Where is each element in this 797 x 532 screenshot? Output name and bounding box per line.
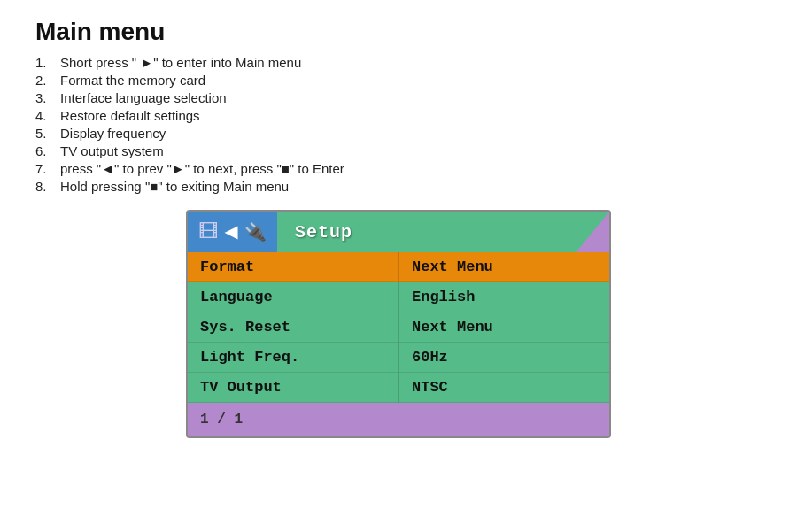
plug-icon: 🔌 [244, 221, 267, 243]
instructions-list: 1.Short press " ►" to enter into Main me… [35, 55, 762, 194]
menu-label: TV Output [188, 373, 398, 403]
menu-label: Language [188, 282, 398, 312]
menu-row[interactable]: Sys. Reset Next Menu [188, 312, 609, 343]
instruction-item: 7.press "◄" to prev "►" to next, press "… [35, 161, 762, 176]
arrow-left-icon: ◀ [225, 222, 237, 242]
instruction-num: 8. [35, 179, 60, 194]
instruction-text: TV output system [60, 143, 164, 158]
tab-blue-section: 🎞 ◀ 🔌 [188, 212, 277, 252]
instruction-text: Interface language selection [60, 90, 227, 105]
screen-wrapper: 🎞 ◀ 🔌 Setup Format Next Menu Language En… [35, 210, 762, 438]
instruction-text: Restore default settings [60, 108, 200, 123]
instruction-item: 5.Display frequency [35, 126, 762, 141]
instruction-num: 6. [35, 143, 60, 158]
instruction-item: 6.TV output system [35, 143, 762, 158]
instruction-num: 5. [35, 126, 60, 141]
menu-label: Format [188, 252, 398, 282]
instruction-item: 4.Restore default settings [35, 108, 762, 123]
menu-value: NTSC [398, 373, 609, 403]
menu-label: Sys. Reset [188, 312, 398, 343]
instruction-item: 3.Interface language selection [35, 90, 762, 105]
menu-row[interactable]: Light Freq. 60Hz [188, 343, 609, 373]
instruction-text: Display frequency [60, 126, 166, 141]
page-title: Main menu [35, 18, 762, 46]
instruction-num: 4. [35, 108, 60, 123]
instruction-item: 8.Hold pressing "■" to exiting Main menu [35, 179, 762, 194]
device-screen: 🎞 ◀ 🔌 Setup Format Next Menu Language En… [186, 210, 611, 438]
menu-value: 60Hz [398, 343, 609, 373]
instruction-text: press "◄" to prev "►" to next, press "■"… [60, 161, 344, 176]
tab-green-section: Setup [277, 212, 609, 252]
menu-value: Next Menu [398, 312, 609, 343]
menu-row[interactable]: Language English [188, 282, 609, 312]
menu-table: Format Next Menu Language English Sys. R… [188, 252, 609, 403]
instruction-text: Format the memory card [60, 73, 205, 88]
instruction-num: 2. [35, 73, 60, 88]
menu-value: Next Menu [398, 252, 609, 282]
menu-value: English [398, 282, 609, 312]
instruction-num: 7. [35, 161, 60, 176]
main-content: Main menu 1.Short press " ►" to enter in… [0, 0, 797, 456]
instruction-num: 1. [35, 55, 60, 70]
instruction-item: 2.Format the memory card [35, 73, 762, 88]
film-icon: 🎞 [198, 220, 218, 243]
menu-row[interactable]: Format Next Menu [188, 252, 609, 282]
instruction-item: 1.Short press " ►" to enter into Main me… [35, 55, 762, 70]
menu-row[interactable]: TV Output NTSC [188, 373, 609, 403]
tab-title: Setup [295, 222, 352, 243]
menu-label: Light Freq. [188, 343, 398, 373]
instruction-num: 3. [35, 90, 60, 105]
instruction-text: Short press " ►" to enter into Main menu [60, 55, 301, 70]
tab-bar: 🎞 ◀ 🔌 Setup [188, 212, 609, 252]
instruction-text: Hold pressing "■" to exiting Main menu [60, 179, 289, 194]
page-indicator: 1 / 1 [188, 403, 609, 436]
